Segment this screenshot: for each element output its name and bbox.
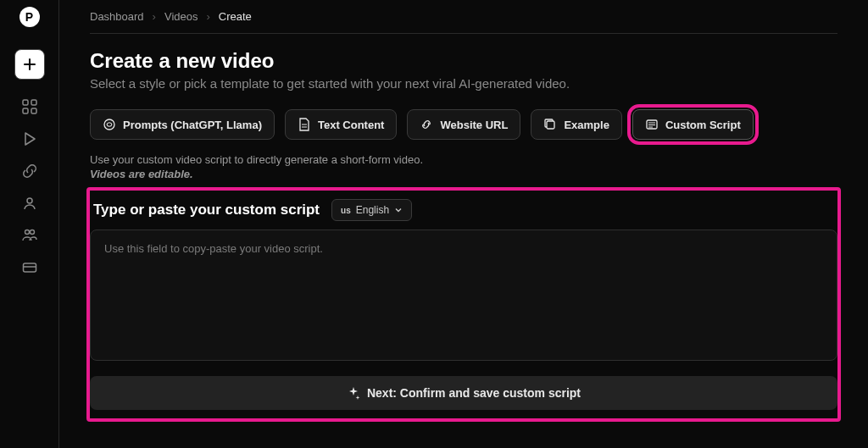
breadcrumb-item-current: Create [219, 10, 252, 23]
nav-icons [21, 98, 38, 276]
logo[interactable]: P [19, 7, 40, 27]
tab-label: Text Content [318, 119, 384, 131]
tab-label: Example [564, 119, 609, 131]
tab-custom-script[interactable]: Custom Script [632, 109, 754, 140]
breadcrumb-item[interactable]: Videos [164, 10, 198, 23]
users-icon[interactable] [21, 227, 38, 244]
next-button-label: Next: Confirm and save custom script [367, 386, 581, 400]
sidebar: P [0, 0, 59, 448]
breadcrumb: Dashboard › Videos › Create [90, 10, 837, 34]
tab-label: Custom Script [665, 119, 741, 131]
tab-prompts[interactable]: Prompts (ChatGPT, Llama) [90, 109, 275, 140]
next-button[interactable]: Next: Confirm and save custom script [90, 376, 837, 410]
chevron-right-icon: › [153, 10, 156, 23]
copy-icon [543, 118, 557, 131]
play-icon[interactable] [21, 130, 38, 147]
create-button[interactable] [14, 49, 45, 80]
editable-note: Videos are editable. [90, 168, 837, 180]
svg-point-8 [104, 119, 114, 130]
script-textarea[interactable] [90, 230, 837, 361]
tab-text[interactable]: Text Content [285, 109, 397, 140]
document-icon [298, 118, 311, 131]
svg-rect-0 [23, 100, 28, 105]
language-select[interactable]: us English [331, 199, 412, 221]
plus-icon [23, 58, 36, 71]
script-heading: Type or paste your custom script [93, 202, 320, 218]
svg-rect-1 [31, 100, 36, 105]
script-icon [645, 118, 659, 131]
grid-icon[interactable] [21, 98, 38, 115]
tab-label: Website URL [440, 119, 508, 131]
svg-point-6 [30, 230, 34, 235]
tab-label: Prompts (ChatGPT, Llama) [123, 119, 262, 131]
tab-description: Use your custom video script to directly… [90, 153, 837, 166]
sparkle-icon [347, 386, 360, 400]
ai-icon [103, 118, 116, 131]
custom-script-panel: Type or paste your custom script us Engl… [86, 187, 841, 422]
svg-point-4 [27, 198, 32, 203]
page-title: Create a new video [90, 49, 837, 73]
svg-rect-2 [23, 108, 28, 113]
language-name: English [356, 204, 389, 216]
svg-rect-7 [23, 263, 36, 272]
breadcrumb-item[interactable]: Dashboard [90, 10, 144, 23]
main: Dashboard › Videos › Create Create a new… [59, 0, 868, 448]
source-tabs: Prompts (ChatGPT, Llama) Text Content We… [90, 109, 837, 140]
link-icon [420, 118, 433, 131]
svg-rect-3 [31, 108, 36, 113]
card-icon[interactable] [21, 259, 38, 276]
chevron-right-icon: › [206, 10, 209, 23]
chevron-down-icon [394, 206, 403, 214]
language-code: us [341, 206, 351, 215]
svg-point-5 [25, 230, 29, 235]
page-subtitle: Select a style or pick a template to get… [90, 76, 837, 91]
user-icon[interactable] [21, 195, 38, 212]
tab-example[interactable]: Example [531, 109, 621, 140]
svg-rect-9 [547, 121, 554, 129]
link-icon[interactable] [21, 163, 38, 180]
tab-url[interactable]: Website URL [407, 109, 520, 140]
